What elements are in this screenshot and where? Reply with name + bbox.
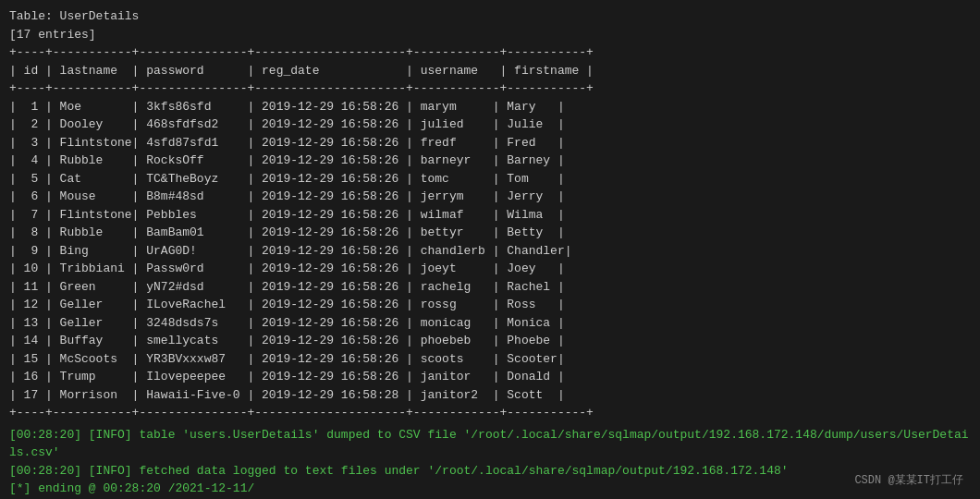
divider-top: +----+-----------+---------------+------…: [9, 43, 971, 62]
info-line: [00:28:20] [INFO] fetched data logged to…: [9, 462, 971, 481]
table-row: | 14 | Buffay | smellycats | 2019-12-29 …: [9, 332, 971, 350]
table-row: | 12 | Geller | ILoveRachel | 2019-12-29…: [9, 296, 971, 314]
table-row: | 2 | Dooley | 468sfdfsd2 | 2019-12-29 1…: [9, 116, 971, 134]
table-row: | 5 | Cat | TC&TheBoyz | 2019-12-29 16:5…: [9, 170, 971, 189]
table-row: | 16 | Trump | Ilovepeepee | 2019-12-29 …: [9, 368, 971, 386]
terminal: Table: UserDetails [17 entries] +----+--…: [9, 7, 971, 492]
table-row: | 3 | Flintstone| 4sfd87sfd1 | 2019-12-2…: [9, 134, 971, 152]
divider-mid: +----+-----------+---------------+------…: [9, 79, 971, 98]
table-row: | 6 | Mouse | B8m#48sd | 2019-12-29 16:5…: [9, 188, 971, 206]
info-block: [00:28:20] [INFO] table 'users.UserDetai…: [9, 426, 971, 498]
watermark: CSDN @某某IT打工仔: [854, 472, 963, 488]
info-line: [00:28:20] [INFO] table 'users.UserDetai…: [9, 426, 971, 462]
table-body: | 1 | Moe | 3kfs86sfd | 2019-12-29 16:58…: [9, 98, 971, 405]
table-row: | 9 | Bing | UrAG0D! | 2019-12-29 16:58:…: [9, 242, 971, 261]
info-lines: [00:28:20] [INFO] table 'users.UserDetai…: [9, 426, 971, 481]
table-title: Table: UserDetails: [9, 7, 971, 26]
table-row: | 17 | Morrison | Hawaii-Five-0 | 2019-1…: [9, 386, 971, 405]
ending-line: [*] ending @ 00:28:20 /2021-12-11/: [9, 480, 971, 498]
table-row: | 1 | Moe | 3kfs86sfd | 2019-12-29 16:58…: [9, 98, 971, 116]
table-row: | 10 | Tribbiani | Passw0rd | 2019-12-29…: [9, 260, 971, 278]
table-header: | id | lastname | password | reg_date | …: [9, 62, 971, 80]
table-row: | 13 | Geller | 3248dsds7s | 2019-12-29 …: [9, 314, 971, 333]
table-row: | 8 | Rubble | BamBam01 | 2019-12-29 16:…: [9, 224, 971, 242]
divider-bot: +----+-----------+---------------+------…: [9, 404, 971, 422]
table-row: | 4 | Rubble | RocksOff | 2019-12-29 16:…: [9, 152, 971, 170]
entries-count: [17 entries]: [9, 26, 971, 44]
table-row: | 7 | Flintstone| Pebbles | 2019-12-29 1…: [9, 206, 971, 225]
table-row: | 15 | McScoots | YR3BVxxxw87 | 2019-12-…: [9, 350, 971, 369]
table-row: | 11 | Green | yN72#dsd | 2019-12-29 16:…: [9, 278, 971, 297]
